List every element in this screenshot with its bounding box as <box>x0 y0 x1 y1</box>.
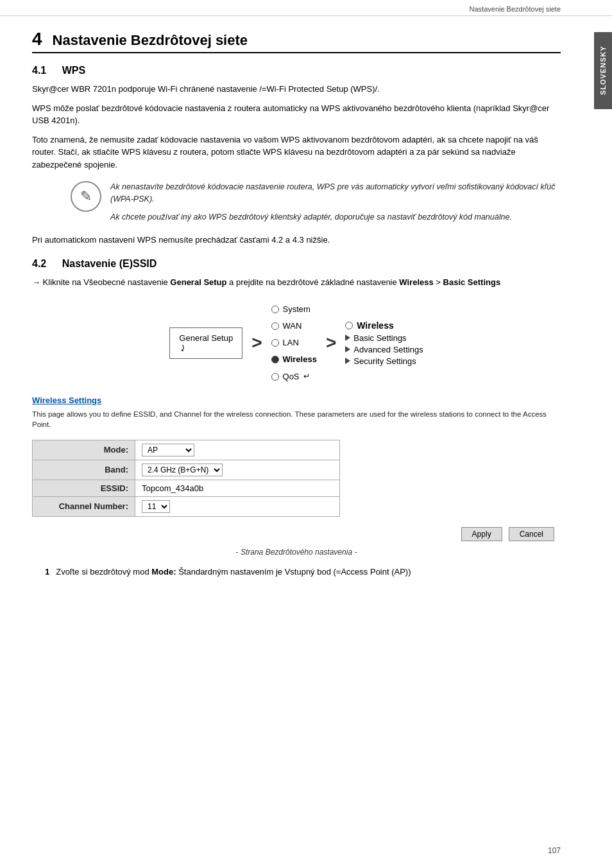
main-content: 4 Nastavenie Bezdrôtovej siete 4.1 WPS S… <box>0 16 612 596</box>
value-essid: Topcom_434a0b <box>135 480 340 496</box>
label-mode: Mode: <box>33 440 135 460</box>
chapter-heading: 4 Nastavenie Bezdrôtovej siete <box>32 29 561 53</box>
form-row-essid: ESSID: Topcom_434a0b <box>33 480 340 496</box>
label-band: Band: <box>33 460 135 480</box>
triangle-security <box>345 358 350 364</box>
label-essid: ESSID: <box>33 480 135 496</box>
select-mode[interactable]: AP Station AP+WDS WDS <box>142 444 194 456</box>
arrow-1: > <box>251 333 262 353</box>
para-2: WPS môže poslať bezdrôtové kódovacie nas… <box>32 102 561 127</box>
section-42-heading: 4.2 Nastavenie (E)SSID <box>32 258 561 270</box>
numbered-item-1: 1 Zvoľte si bezdrôtový mod Mode: Štandar… <box>45 567 561 577</box>
section-41: 4.1 WPS Skyr@cer WBR 7201n podporuje Wi-… <box>32 65 561 247</box>
note-text: Ak nenastavíte bezdrôtové kódovacie nast… <box>110 181 561 223</box>
form-row-mode: Mode: AP Station AP+WDS WDS <box>33 440 340 460</box>
value-channel: 11 1 2 3 4 5 6 7 8 9 10 12 13 <box>135 496 340 516</box>
submenu-advanced-settings: Advanced Settings <box>345 345 423 354</box>
item-1-text: Zvoľte si bezdrôtový mod Mode: Štandardn… <box>56 567 411 577</box>
general-setup-box: General Setup ⤸ <box>169 327 242 359</box>
caption-text: - Strana Bezdrôtového nastavenia - <box>32 548 561 557</box>
value-mode: AP Station AP+WDS WDS <box>135 440 340 460</box>
radio-qos <box>271 373 279 381</box>
para-3: Toto znamená, že nemusíte zadať kódovaci… <box>32 134 561 171</box>
form-row-band: Band: 2.4 GHz (B+G+N) 2.4 GHz (B) 2.4 GH… <box>33 460 340 480</box>
nav-diagram: General Setup ⤸ > System WAN LAN <box>32 302 561 383</box>
menu-item-system: System <box>271 302 317 317</box>
form-row-channel: Channel Number: 11 1 2 3 4 5 6 7 8 9 <box>33 496 340 516</box>
menu-item-wireless: Wireless <box>271 352 317 367</box>
first-menu: System WAN LAN Wireless QoS ↵ <box>271 302 317 383</box>
chapter-num: 4 <box>32 29 42 49</box>
radio-wireless-sub <box>345 322 353 329</box>
side-tab-slovensky: SLOVENSKY <box>594 32 612 109</box>
radio-wireless <box>271 356 279 363</box>
select-band[interactable]: 2.4 GHz (B+G+N) 2.4 GHz (B) 2.4 GHz (G) … <box>142 464 223 476</box>
wps-auto-text: Pri automatickom nastavení WPS nemusíte … <box>32 234 561 247</box>
select-channel[interactable]: 11 1 2 3 4 5 6 7 8 9 10 12 13 <box>142 500 170 513</box>
wireless-settings-section: Wireless Settings This page allows you t… <box>32 395 561 557</box>
section-41-heading: 4.1 WPS <box>32 65 561 76</box>
wireless-settings-title: Wireless Settings <box>32 395 561 405</box>
label-channel: Channel Number: <box>33 496 135 516</box>
page-number: 107 <box>548 846 561 855</box>
item-1-num: 1 <box>45 567 49 577</box>
chapter-title: Nastavenie Bezdrôtovej siete <box>53 32 248 49</box>
triangle-basic <box>345 334 350 341</box>
cancel-button[interactable]: Cancel <box>509 527 554 541</box>
arrow-2: > <box>326 333 336 353</box>
apply-cancel-row: Apply Cancel <box>32 527 561 541</box>
note-box: ✎ Ak nenastavíte bezdrôtové kódovacie na… <box>71 181 561 223</box>
triangle-advanced <box>345 346 350 352</box>
radio-wan <box>271 322 279 330</box>
note-icon: ✎ <box>71 181 101 212</box>
submenu-basic-settings: Basic Settings <box>345 333 423 343</box>
wireless-heading: Wireless <box>345 320 423 331</box>
radio-lan <box>271 339 279 347</box>
apply-button[interactable]: Apply <box>461 527 502 541</box>
wireless-submenu-box: Wireless Basic Settings Advanced Setting… <box>345 320 423 366</box>
value-band: 2.4 GHz (B+G+N) 2.4 GHz (B) 2.4 GHz (G) … <box>135 460 340 480</box>
radio-system <box>271 306 279 313</box>
wireless-settings-desc: This page allows you to define ESSID, an… <box>32 409 561 430</box>
page-header: Nastavenie Bezdrôtovej siete <box>0 0 612 16</box>
submenu-security-settings: Security Settings <box>345 356 423 366</box>
wireless-form-table: Mode: AP Station AP+WDS WDS Band: <box>32 440 340 517</box>
menu-item-wan: WAN <box>271 319 317 333</box>
wireless-submenu: Basic Settings Advanced Settings Securit… <box>345 333 423 366</box>
section-42: 4.2 Nastavenie (E)SSID → Kliknite na Vše… <box>32 258 561 577</box>
section-42-intro: → Kliknite na Všeobecné nastavenie Gener… <box>32 276 561 289</box>
menu-item-qos: QoS ↵ <box>271 370 317 384</box>
para-1: Skyr@cer WBR 7201n podporuje Wi-Fi chrán… <box>32 83 561 96</box>
header-text: Nastavenie Bezdrôtovej siete <box>470 5 561 13</box>
menu-item-lan: LAN <box>271 336 317 350</box>
